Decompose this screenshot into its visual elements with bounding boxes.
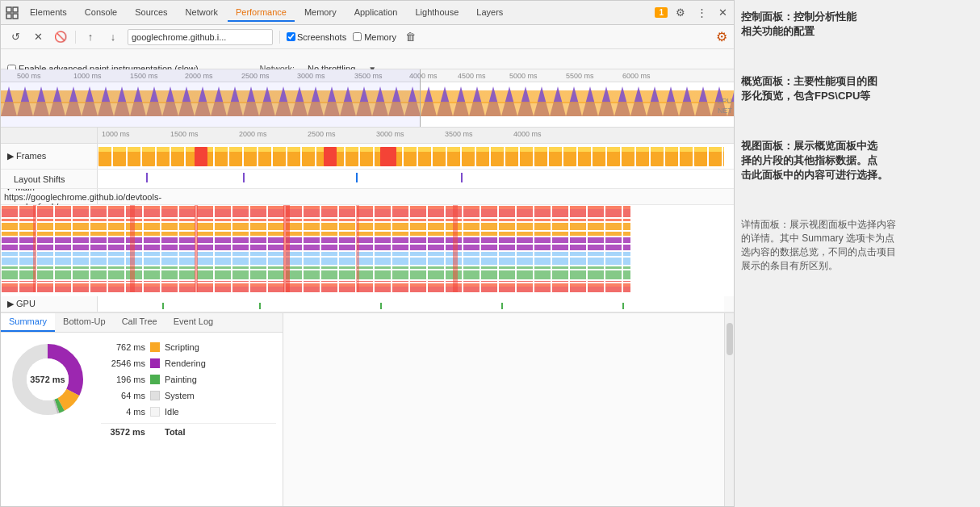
tab-memory[interactable]: Memory: [296, 4, 345, 22]
total-time: 3572 ms: [101, 427, 145, 437]
stop-icon[interactable]: ✕: [30, 29, 46, 45]
legend-idle: 4 ms Idle: [101, 404, 276, 420]
clear-icon[interactable]: 🚫: [52, 29, 69, 45]
svg-rect-26: [1, 252, 630, 265]
tab-call-tree[interactable]: Call Tree: [114, 313, 165, 332]
legend-system: 64 ms System: [101, 388, 276, 404]
frames-track[interactable]: ▶ Frames: [1, 144, 734, 170]
svg-rect-10: [195, 147, 207, 166]
painting-color: [150, 375, 160, 384]
legend-scripting: 762 ms Scripting: [101, 339, 276, 355]
tab-bar: Elements Console Sources Network Perform…: [1, 1, 734, 25]
svg-rect-11: [324, 147, 337, 166]
system-label: System: [165, 391, 195, 400]
gpu-content[interactable]: [98, 296, 724, 312]
gpu-label: ▶ GPU: [1, 296, 98, 312]
tick-5000: 5000 ms: [509, 72, 538, 80]
settings-icon[interactable]: ⚙: [672, 5, 689, 21]
net-axis-label: NET: [718, 107, 732, 115]
annotation-2: 概览面板：主要性能项目的图 形化预览，包含FPS\CPU等: [741, 74, 974, 107]
system-color: [150, 391, 160, 400]
donut-label: 3572 ms: [30, 375, 65, 384]
layout-shifts-svg: [98, 170, 724, 186]
tab-elements[interactable]: Elements: [22, 4, 75, 22]
refresh-icon[interactable]: ↺: [7, 29, 23, 45]
tab-application[interactable]: Application: [346, 4, 406, 22]
scrollbar-thumb: [727, 323, 733, 355]
annotation-1-title: 控制面板：控制分析性能 相关功能的配置: [741, 10, 974, 39]
tab-bottom-up[interactable]: Bottom-Up: [55, 313, 114, 332]
scripting-color: [150, 342, 160, 352]
annotation-3-title: 视图面板：展示概览面板中选 择的片段的其他指标数据。点 击此面板中的内容可进行选…: [741, 139, 974, 182]
rendering-label: Rendering: [165, 358, 206, 368]
memory-checkbox-label[interactable]: Memory: [353, 32, 396, 42]
overview-selection[interactable]: [1, 69, 421, 127]
svg-rect-32: [283, 205, 290, 292]
main-track-label: ▼ Main — https://googlechrome.github.io/…: [1, 189, 98, 204]
idle-color: [150, 407, 160, 417]
annotation-2-title: 概览面板：主要性能项目的图 形化预览，包含FPS\CPU等: [741, 74, 974, 103]
memory-checkbox[interactable]: [353, 32, 362, 41]
timeline-ruler-row: 1000 ms 1500 ms 2000 ms 2500 ms 3000 ms …: [1, 128, 734, 144]
screenshots-checkbox-label[interactable]: Screenshots: [287, 32, 346, 42]
tab-summary[interactable]: Summary: [1, 313, 55, 332]
main-activity-svg: [1, 205, 734, 296]
warning-badge: 1: [655, 7, 668, 18]
main-content[interactable]: [1, 205, 734, 296]
svg-rect-24: [1, 223, 630, 236]
gpu-svg: [98, 296, 724, 312]
annotation-4-title: 详情面板：展示视图面板中选择内容 的详情。其中 Summary 选项卡为点 选内…: [741, 218, 974, 273]
svg-rect-16: [461, 173, 463, 182]
timeline-main: 1000 ms 1500 ms 2000 ms 2500 ms 3000 ms …: [1, 128, 734, 312]
frames-label: ▶ Frames: [1, 144, 98, 169]
bottom-content: 3572 ms 762 ms Scripting 2546 ms Renderi…: [1, 333, 283, 506]
svg-rect-34: [453, 205, 458, 292]
separator2: [279, 31, 280, 44]
svg-rect-30: [130, 205, 135, 292]
close-icon[interactable]: ✕: [714, 5, 731, 21]
toolbar: ↺ ✕ 🚫 ↑ ↓ Screenshots Memory 🗑 ⚙: [1, 25, 734, 49]
ruler-1000: 1000 ms: [102, 130, 130, 138]
tab-event-log[interactable]: Event Log: [165, 313, 222, 332]
svg-rect-13: [146, 173, 148, 182]
download-icon[interactable]: ↓: [105, 29, 121, 45]
tab-performance[interactable]: Performance: [228, 4, 295, 22]
scripting-label: Scripting: [165, 342, 199, 352]
svg-rect-39: [622, 303, 624, 309]
svg-rect-33: [356, 205, 359, 292]
screenshots-checkbox[interactable]: [287, 32, 295, 41]
tab-network[interactable]: Network: [178, 4, 226, 22]
tab-lighthouse[interactable]: Lighthouse: [407, 4, 467, 22]
trash-icon[interactable]: 🗑: [403, 29, 419, 45]
svg-rect-38: [501, 303, 503, 309]
ruler-2500: 2500 ms: [308, 130, 336, 138]
gpu-track[interactable]: ▶ GPU: [1, 296, 734, 312]
tick-5500: 5500 ms: [566, 72, 594, 80]
layout-shifts-track[interactable]: Layout Shifts: [1, 170, 734, 189]
system-time: 64 ms: [101, 391, 145, 400]
ruler-3000: 3000 ms: [376, 130, 404, 138]
annotation-3: 视图面板：展示概览面板中选 择的片段的其他指标数据。点 击此面板中的内容可进行选…: [741, 139, 974, 186]
legend-painting: 196 ms Painting: [101, 371, 276, 388]
upload-icon[interactable]: ↑: [82, 29, 98, 45]
options-row2: Enable advanced paint instrumentation (s…: [1, 49, 734, 69]
svg-rect-31: [195, 205, 198, 292]
config-gear-icon[interactable]: ⚙: [716, 29, 727, 44]
tab-console[interactable]: Console: [77, 4, 125, 22]
more-icon[interactable]: ⋮: [693, 5, 710, 21]
layout-shifts-content[interactable]: [98, 170, 724, 188]
idle-label: Idle: [165, 407, 179, 417]
tab-layers[interactable]: Layers: [468, 4, 511, 22]
bottom-right-scrollbar[interactable]: [724, 313, 734, 506]
main-section: ▼ Main — https://googlechrome.github.io/…: [1, 189, 734, 296]
scripting-time: 762 ms: [101, 342, 145, 352]
timeline-overview[interactable]: 500 ms 1000 ms 1500 ms 2000 ms 2500 ms 3…: [1, 69, 734, 128]
painting-time: 196 ms: [101, 375, 145, 384]
devtools-icon: [4, 5, 20, 21]
frames-content[interactable]: [98, 144, 724, 169]
url-field[interactable]: [128, 29, 273, 45]
legend-table: 762 ms Scripting 2546 ms Rendering 196 m…: [101, 339, 276, 500]
tab-sources[interactable]: Sources: [127, 4, 175, 22]
annotation-4: 详情面板：展示视图面板中选择内容 的详情。其中 Summary 选项卡为点 选内…: [741, 218, 974, 276]
rendering-color: [150, 358, 160, 368]
